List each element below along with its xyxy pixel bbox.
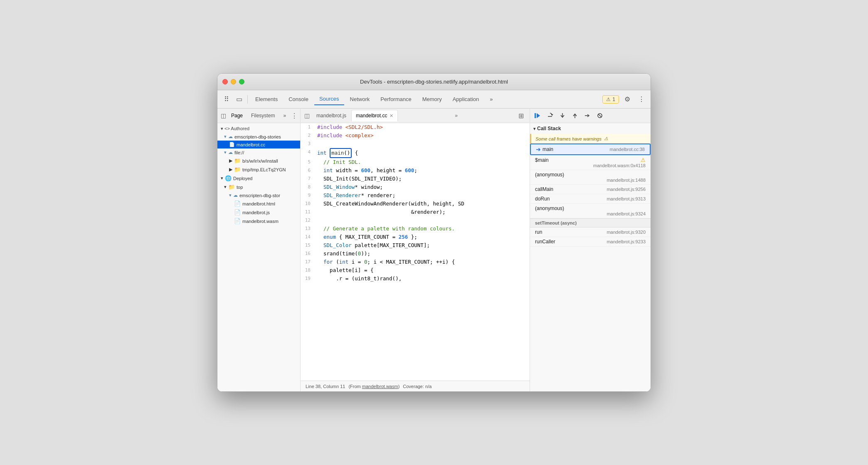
line-content-11: &renderer); xyxy=(316,208,530,216)
mandelbrot-js-item[interactable]: 📄 mandelbrot.js xyxy=(217,208,300,217)
code-tab-bar: ◫ mandelbrot.js mandelbrot.cc ✕ » ⊞ xyxy=(301,109,530,123)
divider xyxy=(247,95,248,104)
line-num-15: 15 xyxy=(301,241,316,250)
frame-name-anon-1: (anonymous) xyxy=(535,172,564,178)
authored-header[interactable]: ▾ <> Authored xyxy=(217,125,300,133)
mandelbrot-cc-item[interactable]: 📄 mandelbrot.cc xyxy=(217,141,300,148)
call-frame-dollar-main[interactable]: $main ⚠ mandelbrot.wasm:0x4118 xyxy=(530,155,651,170)
debug-toolbar xyxy=(530,109,651,123)
deployed-header[interactable]: ▾ 🌐 Deployed xyxy=(217,174,300,183)
settings-icon[interactable]: ⚙ xyxy=(621,94,633,105)
call-stack-header[interactable]: ▾ Call Stack xyxy=(530,123,651,134)
call-frame-main[interactable]: ➜ main mandelbrot.cc:38 xyxy=(530,143,651,155)
frame-loc-runcaller: mandelbrot.js:9233 xyxy=(607,239,646,244)
code-editor[interactable]: 1 #include <SDL2/SDL.h> 2 #include <comp… xyxy=(301,123,530,381)
more-tabs[interactable]: » xyxy=(280,111,289,120)
line-num-8: 8 xyxy=(301,183,316,191)
line-num-10: 10 xyxy=(301,200,316,208)
more-icon[interactable]: ⋮ xyxy=(636,94,647,105)
async-label: setTimeout (async) xyxy=(535,220,577,225)
line-content-4: int main() { xyxy=(316,148,530,158)
sidebar-collapse-icon[interactable]: ◫ xyxy=(221,111,226,120)
frame-loc-callmain: mandelbrot.js:9256 xyxy=(607,187,646,192)
warning-count: 1 xyxy=(612,96,615,102)
maximize-button[interactable] xyxy=(239,79,244,84)
frame-loc-run: mandelbrot.js:9320 xyxy=(607,230,646,235)
minimize-button[interactable] xyxy=(231,79,236,84)
code-panel-toggle[interactable]: ⊞ xyxy=(515,112,528,120)
line-num-19: 19 xyxy=(301,275,316,283)
call-frame-dorun[interactable]: doRun mandelbrot.js:9313 xyxy=(530,194,651,204)
tab-console[interactable]: Console xyxy=(284,94,313,105)
line-num-14: 14 xyxy=(301,233,316,241)
code-line-12: 12 xyxy=(301,216,530,225)
svg-rect-0 xyxy=(535,113,536,118)
device-icon[interactable]: ▭ xyxy=(233,94,245,105)
warning-badge[interactable]: ⚠ 1 xyxy=(602,95,619,104)
line-content-2: #include <complex> xyxy=(316,131,530,140)
file-panel: ◫ Page Filesystem » ⋮ ▾ <> Authored ▾ ☁ … xyxy=(217,109,301,391)
frame-name-runcaller: runCaller xyxy=(535,239,555,245)
tab-performance[interactable]: Performance xyxy=(375,94,416,105)
code-tab-mandelbrot-js[interactable]: mandelbrot.js xyxy=(312,110,350,121)
frame-name-main: ➜ main xyxy=(536,146,553,153)
tab-network[interactable]: Network xyxy=(345,94,375,105)
tab-sources[interactable]: Sources xyxy=(314,94,344,105)
install-folder-item[interactable]: ▶ 📁 b/s/w/ir/x/w/install xyxy=(217,156,300,165)
code-line-4: 4 int main() { xyxy=(301,148,530,158)
more-tabs-btn[interactable]: » xyxy=(451,113,461,119)
cloud-deployed-item[interactable]: ▾ ☁ emscripten-dbg-stor xyxy=(217,191,300,199)
line-content-10: SDL_CreateWindowAndRenderer(width, heigh… xyxy=(316,200,530,208)
code-line-7: 7 SDL_Init(SDL_INIT_VIDEO); xyxy=(301,175,530,183)
tab-application[interactable]: Application xyxy=(448,94,484,105)
filesystem-tab[interactable]: Filesystem xyxy=(248,111,278,120)
code-line-11: 11 &renderer); xyxy=(301,208,530,216)
file-url-item[interactable]: ▾ ☁ file:// xyxy=(217,148,300,156)
step-out-btn[interactable] xyxy=(569,110,581,121)
toolbar-right: ⚠ 1 ⚙ ⋮ xyxy=(602,94,647,105)
toggle-sidebar-icon[interactable]: ◫ xyxy=(302,111,311,120)
line-num-18: 18 xyxy=(301,266,316,275)
line-num-3: 3 xyxy=(301,140,316,148)
wasm-source-link[interactable]: mandelbrot.wasm xyxy=(362,384,398,389)
line-num-4: 4 xyxy=(301,148,316,158)
tab-elements[interactable]: Elements xyxy=(250,94,283,105)
titlebar: DevTools - emscripten-dbg-stories.netlif… xyxy=(217,74,651,90)
main-content: ◫ Page Filesystem » ⋮ ▾ <> Authored ▾ ☁ … xyxy=(217,109,651,391)
add-folder-icon[interactable]: ⋮ xyxy=(291,112,298,120)
tab-memory[interactable]: Memory xyxy=(417,94,447,105)
coverage-status: Coverage: n/a xyxy=(403,384,432,389)
step-btn[interactable] xyxy=(582,110,593,121)
step-into-btn[interactable] xyxy=(557,110,568,121)
call-stack-label: Call Stack xyxy=(537,126,561,131)
inspect-icon[interactable]: ⠿ xyxy=(221,94,232,105)
call-frame-run[interactable]: run mandelbrot.js:9320 xyxy=(530,228,651,237)
tmp-folder-item[interactable]: ▶ 📁 tmp/tmp.ELcTq2YGN xyxy=(217,165,300,174)
code-panel: ◫ mandelbrot.js mandelbrot.cc ✕ » ⊞ 1 #i… xyxy=(301,109,530,391)
code-status-bar: Line 38, Column 11 (From mandelbrot.wasm… xyxy=(301,381,530,391)
call-frame-anon-1[interactable]: (anonymous) mandelbrot.js:1488 xyxy=(530,170,651,185)
warning-triangle-icon: ⚠ xyxy=(604,136,608,141)
line-num-5: 5 xyxy=(301,158,316,166)
cloud-emscripten-item[interactable]: ▾ ☁ emscripten-dbg-stories xyxy=(217,133,300,141)
code-tab-mandelbrot-cc[interactable]: mandelbrot.cc ✕ xyxy=(351,110,398,121)
mandelbrot-wasm-item[interactable]: 📄 mandelbrot.wasm xyxy=(217,217,300,225)
close-button[interactable] xyxy=(222,79,228,84)
page-tab[interactable]: Page xyxy=(228,111,246,120)
resume-btn[interactable] xyxy=(532,110,543,121)
call-frame-runcaller[interactable]: runCaller mandelbrot.js:9233 xyxy=(530,237,651,247)
line-col-status: Line 38, Column 11 xyxy=(306,384,345,389)
close-tab-icon[interactable]: ✕ xyxy=(390,113,393,119)
line-num-7: 7 xyxy=(301,175,316,183)
deactivate-btn[interactable] xyxy=(594,110,606,121)
code-line-13: 13 // Generate a palette with random col… xyxy=(301,225,530,233)
line-num-16: 16 xyxy=(301,250,316,258)
top-folder-item[interactable]: ▾ 📁 top xyxy=(217,183,300,191)
call-frame-callmain[interactable]: callMain mandelbrot.js:9256 xyxy=(530,185,651,194)
call-frame-anon-2[interactable]: (anonymous) mandelbrot.js:9324 xyxy=(530,204,651,218)
mandelbrot-html-item[interactable]: 📄 mandelbrot.html xyxy=(217,199,300,208)
step-over-btn[interactable] xyxy=(544,110,556,121)
call-stack-warning: Some call frames have warnings ⚠ xyxy=(530,134,651,143)
tab-more[interactable]: » xyxy=(485,94,498,105)
source-from-status: (From mandelbrot.wasm) xyxy=(348,384,399,389)
